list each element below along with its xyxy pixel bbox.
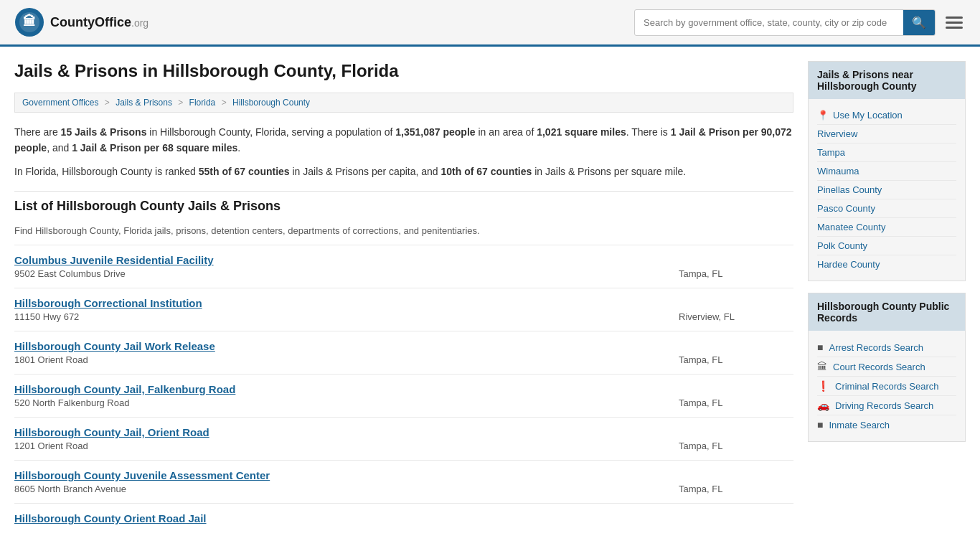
jail-address-1: 9502 East Columbus Drive [14,268,679,279]
logo-text: CountyOffice.org [50,15,149,30]
menu-line-1 [946,17,963,19]
use-my-location-link[interactable]: 📍 Use My Location [817,106,956,125]
stats-paragraph-1: There are 15 Jails & Prisons in Hillsbor… [14,124,793,156]
jail-city-4: Tampa, FL [679,383,793,408]
jail-item-6: Hillsborough County Juvenile Assessment … [14,460,793,503]
sidebar-link-manatee[interactable]: Manatee County [817,218,956,237]
main-container: Jails & Prisons in Hillsborough County, … [0,47,980,542]
jail-name-6: Hillsborough County Juvenile Assessment … [14,469,679,481]
page-title: Jails & Prisons in Hillsborough County, … [14,61,793,81]
menu-line-3 [946,27,963,29]
sidebar-link-hardee[interactable]: Hardee County [817,255,956,273]
list-description: Find Hillsborough County, Florida jails,… [14,225,793,236]
svg-text:🏛: 🏛 [23,14,36,29]
stats-paragraph-2: In Florida, Hillsborough County is ranke… [14,164,793,179]
sidebar-link-tampa[interactable]: Tampa [817,143,956,162]
stats-rank-sqmi: 10th of 67 counties [441,166,532,177]
jail-city-1: Tampa, FL [679,254,793,279]
jail-link-4[interactable]: Hillsborough County Jail, Falkenburg Roa… [14,383,235,395]
jail-link-2[interactable]: Hillsborough Correctional Institution [14,297,202,309]
jail-city-5: Tampa, FL [679,426,793,451]
jail-info-4: Hillsborough County Jail, Falkenburg Roa… [14,383,679,408]
breadcrumb-sep-1: > [105,98,110,108]
sidebar-records-box: Hillsborough County Public Records ■ Arr… [808,293,966,442]
driving-icon: 🚗 [817,400,829,411]
breadcrumb-jails-prisons[interactable]: Jails & Prisons [116,98,172,108]
jail-address-3: 1801 Orient Road [14,354,679,365]
court-icon: 🏛 [817,361,827,372]
jail-link-7[interactable]: Hillsborough County Orient Road Jail [14,512,207,524]
jail-address-5: 1201 Orient Road [14,441,679,451]
breadcrumb-sep-2: > [178,98,183,108]
jail-info-3: Hillsborough County Jail Work Release 18… [14,340,679,365]
location-pin-icon: 📍 [817,110,829,121]
sidebar-link-riverview[interactable]: Riverview [817,125,956,143]
breadcrumb-sep-3: > [222,98,227,108]
jail-item-5: Hillsborough County Jail, Orient Road 12… [14,417,793,460]
breadcrumb: Government Offices > Jails & Prisons > F… [14,93,793,113]
jail-name-7: Hillsborough County Orient Road Jail [14,512,793,524]
sidebar-records-inmate[interactable]: ■ Inmate Search [817,415,956,434]
jail-item-3: Hillsborough County Jail Work Release 18… [14,331,793,374]
jail-address-6: 8605 North Branch Avenue [14,484,679,494]
sidebar-link-pinellas[interactable]: Pinellas County [817,181,956,199]
search-button[interactable]: 🔍 [903,10,935,35]
logo-area: 🏛 CountyOffice.org [14,7,149,37]
sidebar-records-driving[interactable]: 🚗 Driving Records Search [817,396,956,415]
stats-population: 1,351,087 people [395,126,475,138]
stats-count: 15 Jails & Prisons [61,126,147,138]
jail-info-2: Hillsborough Correctional Institution 11… [14,297,679,322]
jail-city-3: Tampa, FL [679,340,793,365]
criminal-icon: ❗ [817,380,829,392]
stats-per-sqmi: 1 Jail & Prison per 68 square miles [72,142,237,154]
jail-name-5: Hillsborough County Jail, Orient Road [14,426,679,438]
jail-item-1: Columbus Juvenile Residential Facility 9… [14,245,793,288]
jail-list: Columbus Juvenile Residential Facility 9… [14,245,793,527]
breadcrumb-govt-offices[interactable]: Government Offices [22,98,99,108]
jail-info-5: Hillsborough County Jail, Orient Road 12… [14,426,679,451]
driving-label: Driving Records Search [835,400,933,411]
jail-address-4: 520 North Falkenburg Road [14,397,679,408]
sidebar-nearby-content: 📍 Use My Location Riverview Tampa Wimaum… [809,99,965,281]
breadcrumb-hillsborough[interactable]: Hillsborough County [232,98,310,108]
sidebar-records-title: Hillsborough County Public Records [809,293,965,331]
jail-link-5[interactable]: Hillsborough County Jail, Orient Road [14,426,209,438]
arrest-label: Arrest Records Search [829,342,923,353]
jail-name-2: Hillsborough Correctional Institution [14,297,679,309]
sidebar-nearby-box: Jails & Prisons near Hillsborough County… [808,61,966,281]
inmate-icon: ■ [817,419,823,430]
sidebar-records-criminal[interactable]: ❗ Criminal Records Search [817,377,956,396]
jail-name-1: Columbus Juvenile Residential Facility [14,254,679,266]
sidebar-records-content: ■ Arrest Records Search 🏛 Court Records … [809,331,965,441]
menu-line-2 [946,22,963,24]
stats-area: 1,021 square miles [537,126,626,138]
stats-rank-capita: 55th of 67 counties [199,166,290,177]
jail-city-6: Tampa, FL [679,469,793,494]
jail-link-6[interactable]: Hillsborough County Juvenile Assessment … [14,469,270,481]
site-logo-icon: 🏛 [14,7,44,37]
sidebar-records-arrest[interactable]: ■ Arrest Records Search [817,338,956,357]
jail-item-2: Hillsborough Correctional Institution 11… [14,288,793,331]
list-section-heading: List of Hillsborough County Jails & Pris… [14,191,793,221]
sidebar: Jails & Prisons near Hillsborough County… [808,61,966,527]
content-area: Jails & Prisons in Hillsborough County, … [14,61,793,527]
menu-button[interactable] [943,14,966,32]
inmate-label: Inmate Search [829,420,890,430]
jail-link-1[interactable]: Columbus Juvenile Residential Facility [14,254,214,266]
sidebar-nearby-title: Jails & Prisons near Hillsborough County [809,62,965,99]
jail-link-3[interactable]: Hillsborough County Jail Work Release [14,340,215,352]
sidebar-records-court[interactable]: 🏛 Court Records Search [817,357,956,377]
breadcrumb-florida[interactable]: Florida [189,98,216,108]
jail-info-6: Hillsborough County Juvenile Assessment … [14,469,679,494]
header-right: 🔍 [634,9,966,36]
jail-city-2: Riverview, FL [679,297,793,322]
sidebar-link-pasco[interactable]: Pasco County [817,199,956,218]
sidebar-link-polk[interactable]: Polk County [817,237,956,255]
use-location-label: Use My Location [833,110,903,121]
criminal-label: Criminal Records Search [835,381,939,392]
sidebar-link-wimauma[interactable]: Wimauma [817,162,956,181]
search-input[interactable] [635,11,903,34]
arrest-icon: ■ [817,342,823,353]
jail-address-2: 11150 Hwy 672 [14,311,679,322]
search-bar: 🔍 [634,9,936,36]
